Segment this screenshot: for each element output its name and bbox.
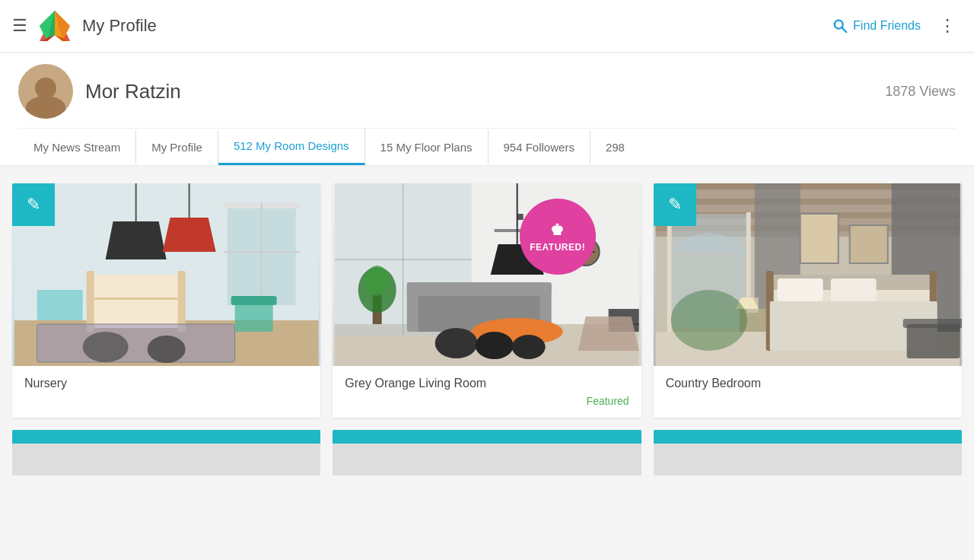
profile-left: Mor Ratzin [18,64,181,119]
partial-card-2 [333,430,641,476]
nursery-scene [12,183,320,366]
svg-marker-57 [578,317,639,351]
cards-grid: ✎ Nursery [12,183,962,418]
card-bedroom-title: Country Bedroom [666,377,950,390]
partial-card-2-teal [333,430,641,444]
svg-marker-23 [163,218,216,252]
tab-following[interactable]: 298 [590,130,640,164]
card-living-title: Grey Orange Living Room [345,377,629,390]
search-icon [832,18,848,34]
app-logo [37,8,73,44]
svg-rect-29 [235,301,273,332]
bottom-partial-cards [12,430,962,476]
edit-overlay-nursery[interactable]: ✎ [12,183,55,226]
card-featured-label: Featured [345,395,629,407]
svg-marker-21 [106,221,167,259]
profile-banner: Mor Ratzin 1878 Views My News Stream My … [0,52,974,165]
svg-line-9 [842,27,846,32]
tab-room-designs[interactable]: 512 My Room Designs [218,129,365,165]
svg-point-48 [512,335,546,359]
find-friends-button[interactable]: Find Friends [832,18,921,34]
hamburger-icon[interactable]: ☰ [12,16,27,36]
svg-rect-24 [37,290,83,320]
partial-card-3-teal [654,430,962,444]
crown-icon: ♚ [550,221,565,239]
profile-info-row: Mor Ratzin 1878 Views [18,64,956,128]
header-right: Find Friends ⋮ [832,13,962,39]
card-living-footer: Grey Orange Living Room Featured [333,366,641,418]
svg-rect-74 [777,278,823,301]
edit-overlay-bedroom[interactable]: ✎ [654,183,696,226]
tab-my-profile[interactable]: My Profile [136,130,218,164]
partial-card-1-teal [12,430,320,444]
card-nursery-image: ✎ [12,183,320,366]
svg-rect-42 [407,282,552,296]
svg-point-51 [366,266,389,296]
card-bedroom: ✎ Country Bedroom [654,183,962,418]
svg-point-84 [670,290,746,351]
svg-point-46 [435,328,478,358]
featured-badge: ♚ FEATURED! [520,199,596,275]
svg-point-27 [83,332,129,362]
svg-point-28 [148,336,186,363]
main-content: ✎ Nursery [0,165,974,494]
card-living: ♚ FEATURED! Grey Orange Living Room Feat… [333,183,641,418]
svg-rect-75 [830,278,876,301]
partial-card-3 [654,430,962,476]
svg-rect-19 [87,298,186,300]
more-options-icon[interactable]: ⋮ [933,13,962,39]
card-nursery: ✎ Nursery [12,183,320,418]
svg-rect-30 [231,296,277,305]
svg-rect-18 [178,271,186,332]
profile-tabs: My News Stream My Profile 512 My Room De… [18,128,956,165]
edit-icon-bedroom: ✎ [668,195,682,215]
card-nursery-footer: Nursery [12,366,320,401]
svg-rect-38 [517,214,524,220]
svg-rect-82 [906,324,960,358]
header-left: ☰ My Profile [12,8,832,44]
svg-rect-83 [902,319,962,328]
avatar [18,64,73,119]
app-header: ☰ My Profile Find Friends ⋮ [0,0,974,52]
bedroom-scene [654,183,962,366]
edit-icon: ✎ [27,195,40,215]
card-living-image: ♚ FEATURED! [333,183,641,366]
header-title: My Profile [82,16,157,36]
living-scene [333,183,641,366]
card-bedroom-image: ✎ [654,183,962,366]
tab-floor-plans[interactable]: 15 My Floor Plans [365,130,489,164]
find-friends-label: Find Friends [853,19,921,33]
views-count: 1878 Views [885,84,956,100]
tab-news-stream[interactable]: My News Stream [18,130,136,164]
svg-rect-65 [667,212,671,334]
svg-rect-81 [849,225,887,263]
profile-name: Mor Ratzin [85,80,181,103]
partial-card-1 [12,430,320,476]
svg-rect-17 [87,271,94,332]
svg-rect-80 [800,214,838,263]
featured-badge-text: FEATURED! [530,242,585,253]
svg-rect-25 [37,324,235,362]
card-bedroom-footer: Country Bedroom [654,366,962,401]
tab-followers[interactable]: 954 Followers [489,130,590,164]
card-nursery-title: Nursery [24,377,308,390]
svg-rect-16 [91,275,182,328]
svg-point-47 [476,332,514,359]
svg-rect-43 [407,282,419,332]
